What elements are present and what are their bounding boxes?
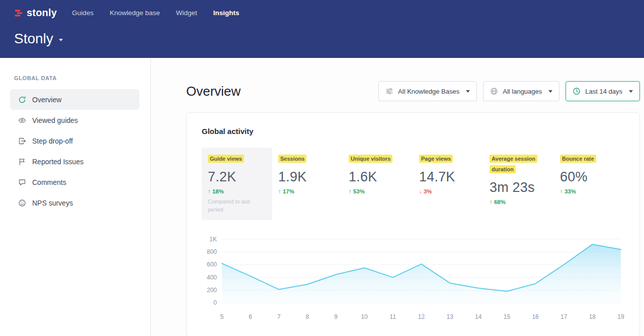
sidebar-item-step-drop-off[interactable]: Step drop-off [10,130,139,151]
sidebar: GLOBAL DATA Overview Viewed guides Step … [0,58,151,336]
card-title: Global activity [202,127,624,136]
metric-delta: ↑ 18% [208,188,266,194]
stonly-logo-icon [14,9,23,18]
svg-text:12: 12 [418,313,425,320]
sidebar-item-label: Comments [32,178,66,186]
metric-delta: ↑ 68% [490,199,548,205]
metric-label: Guide views [208,155,244,163]
metric-value: 1.9K [278,169,337,185]
logo-text: stonly [27,7,57,19]
metrics-row: Guide views 7.2K ↑ 18% Compared to last … [202,148,624,220]
metric-bounce-rate[interactable]: Bounce rate 60% ↑ 33% [554,148,624,220]
stonly-logo[interactable]: stonly [14,7,57,19]
languages-dropdown-value: All languages [503,88,542,95]
date-range-dropdown[interactable]: Last 14 days [566,81,640,101]
top-navigation-bar: stonly Guides Knowledge base Widget Insi… [0,0,644,58]
chevron-down-icon [59,39,63,41]
svg-text:11: 11 [390,313,396,320]
top-nav: Guides Knowledge base Widget Insights [72,9,239,17]
activity-area-chart: 02004006008001K5678910111213141516171819 [202,235,624,322]
activity-chart-container: 02004006008001K5678910111213141516171819 [202,235,624,322]
metric-value: 3m 23s [490,180,548,195]
metric-delta: ↑ 17% [278,188,337,194]
sliders-icon [385,87,393,95]
svg-text:19: 19 [617,313,624,320]
up-arrow-icon: ↑ [278,188,281,194]
svg-text:0: 0 [213,299,217,306]
chevron-down-icon [548,90,552,93]
workspace-selector[interactable]: Stonly [14,31,644,47]
main-content: Overview All Knowledge Bases All languag… [151,58,644,336]
filter-bar: All Knowledge Bases All languages Last 1… [378,81,640,101]
metric-label: Page views [419,155,453,163]
flag-icon [18,158,26,166]
metric-label: Unique visitors [349,155,392,163]
eye-icon [18,116,26,124]
sidebar-item-comments[interactable]: Comments [10,172,139,192]
metric-delta: ↓ 3% [419,188,477,194]
clock-icon [573,87,581,95]
metric-label: Sessions [278,155,306,163]
up-arrow-icon: ↑ [349,188,352,194]
sidebar-item-label: Reported Issues [32,158,84,166]
metric-sessions[interactable]: Sessions 1.9K ↑ 17% [272,148,343,220]
metric-avg-session-duration[interactable]: Average session duration 3m 23s ↑ 68% [484,148,554,220]
svg-text:600: 600 [207,261,217,268]
sidebar-item-overview[interactable]: Overview [10,89,139,110]
date-range-dropdown-value: Last 14 days [585,88,622,95]
svg-text:1K: 1K [209,236,217,243]
sidebar-section-label: GLOBAL DATA [14,75,150,81]
sidebar-item-label: Overview [32,96,61,104]
sidebar-item-viewed-guides[interactable]: Viewed guides [10,110,139,130]
knowledge-bases-dropdown[interactable]: All Knowledge Bases [378,81,477,101]
overview-sync-icon [18,96,26,104]
svg-text:8: 8 [306,313,309,320]
svg-text:10: 10 [361,313,368,320]
up-arrow-icon: ↑ [560,188,563,194]
metric-unique-visitors[interactable]: Unique visitors 1.6K ↑ 53% [343,148,413,220]
comment-bubble-icon [18,178,26,186]
svg-text:6: 6 [249,313,252,320]
metric-value: 60% [560,169,618,185]
svg-text:9: 9 [334,313,338,320]
down-arrow-icon: ↓ [419,188,422,194]
metric-page-views[interactable]: Page views 14.7K ↓ 3% [413,148,484,220]
svg-text:200: 200 [207,286,217,293]
metric-note: Compared to last period [208,198,261,214]
step-dropoff-icon [18,137,26,145]
svg-text:14: 14 [475,313,482,320]
nav-item-insights[interactable]: Insights [213,9,239,17]
up-arrow-icon: ↑ [208,188,211,194]
nav-item-widget[interactable]: Widget [176,9,197,17]
metric-guide-views[interactable]: Guide views 7.2K ↑ 18% Compared to last … [202,148,272,220]
languages-dropdown[interactable]: All languages [483,81,559,101]
svg-text:18: 18 [589,313,596,320]
metric-delta: ↑ 33% [560,188,618,194]
global-activity-card: Global activity Guide views 7.2K ↑ 18% C… [186,112,640,336]
svg-text:15: 15 [504,313,511,320]
page-title: Overview [186,84,240,99]
metric-value: 1.6K [349,169,407,185]
svg-text:800: 800 [207,248,217,255]
globe-icon [490,87,498,95]
nav-item-guides[interactable]: Guides [72,9,94,17]
sidebar-item-nps-surveys[interactable]: NPS surveys [10,192,139,213]
svg-text:400: 400 [207,274,217,281]
chevron-down-icon [466,90,470,93]
sidebar-item-label: NPS surveys [32,199,73,207]
svg-text:7: 7 [277,313,281,320]
up-arrow-icon: ↑ [490,199,493,205]
metric-value: 14.7K [419,169,477,185]
nav-item-knowledge-base[interactable]: Knowledge base [110,9,160,17]
metric-label: Bounce rate [560,155,596,163]
workspace-name: Stonly [14,31,53,47]
sidebar-item-label: Step drop-off [32,137,73,145]
svg-text:5: 5 [220,313,224,320]
svg-text:16: 16 [532,313,539,320]
chevron-down-icon [629,90,633,93]
svg-text:13: 13 [446,313,453,320]
svg-text:17: 17 [560,313,568,320]
knowledge-bases-dropdown-value: All Knowledge Bases [398,88,459,95]
smiley-icon [18,199,26,207]
sidebar-item-reported-issues[interactable]: Reported Issues [10,151,139,172]
